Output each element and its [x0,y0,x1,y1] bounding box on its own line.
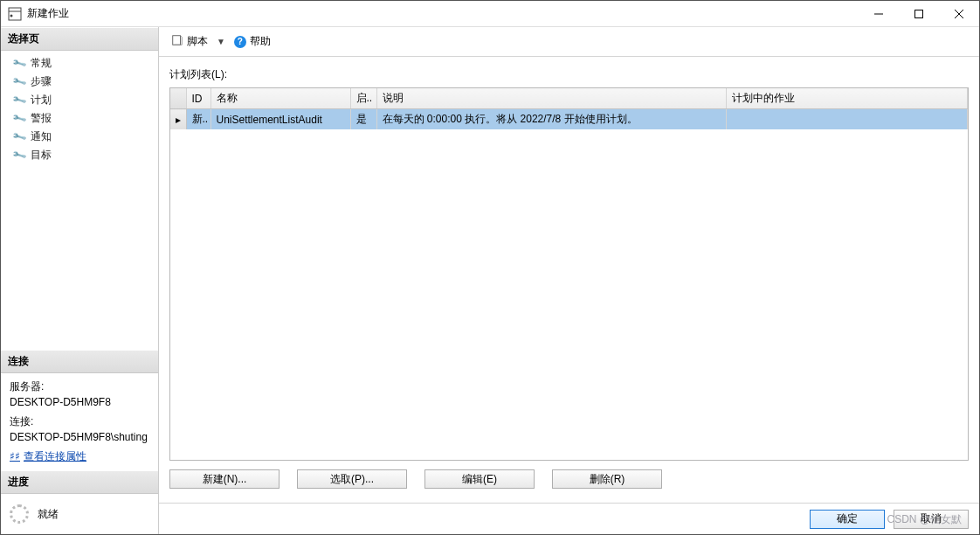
column-header-enabled[interactable]: 启.. [350,88,376,109]
column-header-schedjob[interactable]: 计划中的作业 [726,88,968,109]
nav-item-targets[interactable]: 🔧目标 [1,146,158,164]
nav-item-steps[interactable]: 🔧步骤 [1,73,158,91]
wrench-icon: 🔧 [11,110,28,126]
edit-button[interactable]: 编辑(E) [424,469,535,489]
cell-desc[interactable]: 在每天的 0:00:00 执行。将从 2022/7/8 开始使用计划。 [376,109,726,130]
connection-header: 连接 [1,350,158,373]
svg-rect-0 [9,8,21,20]
minimize-button[interactable] [859,1,899,27]
dialog-footer: CSDN @仙女默 确定 取消 [159,503,979,534]
nav-item-notifications[interactable]: 🔧通知 [1,128,158,146]
script-dropdown[interactable]: ▼ [217,37,225,46]
window-title: 新建作业 [27,6,859,21]
remove-button[interactable]: 删除(R) [552,469,662,489]
help-button[interactable]: ? 帮助 [229,32,276,51]
connection-label: 连接: [10,413,149,429]
progress-spinner-icon [10,504,29,524]
app-icon [8,7,22,21]
table-row[interactable]: ▸ 新.. UniSettlementListAudit 是 在每天的 0:00… [170,109,968,130]
titlebar: 新建作业 [1,1,979,27]
connection-value: DESKTOP-D5HM9F8\shuting [10,429,149,445]
schedule-grid[interactable]: ID 名称 启.. 说明 计划中的作业 ▸ 新.. UniSet [169,87,969,461]
server-value: DESKTOP-D5HM9F8 [10,394,149,410]
row-marker[interactable]: ▸ [170,109,186,130]
window: 新建作业 选择页 🔧常规 🔧步骤 🔧计划 🔧警报 🔧通知 🔧目标 [0,0,980,535]
wrench-icon: 🔧 [11,92,28,108]
svg-rect-4 [915,10,923,17]
sidebar: 选择页 🔧常规 🔧步骤 🔧计划 🔧警报 🔧通知 🔧目标 连接 服务器: DESK… [1,27,159,534]
ok-button[interactable]: 确定 [810,510,885,529]
link-icon: ♯♯ [10,448,20,464]
script-button[interactable]: 脚本 [166,32,213,51]
select-page-header: 选择页 [1,27,158,51]
cell-id[interactable]: 新.. [186,109,210,130]
nav-item-alerts[interactable]: 🔧警报 [1,109,158,128]
maximize-button[interactable] [899,1,939,27]
svg-point-2 [10,14,13,17]
schedule-list-label: 计划列表(L): [169,67,969,82]
column-header-id[interactable]: ID [186,88,210,109]
nav-list: 🔧常规 🔧步骤 🔧计划 🔧警报 🔧通知 🔧目标 [1,51,158,168]
script-icon [171,34,183,49]
main-panel: 脚本 ▼ ? 帮助 计划列表(L): [159,27,979,534]
pick-button[interactable]: 选取(P)... [297,469,407,489]
column-header-marker[interactable] [170,88,186,109]
help-icon: ? [234,36,246,48]
nav-item-general[interactable]: 🔧常规 [1,54,158,73]
cell-enabled[interactable]: 是 [350,109,376,130]
new-button[interactable]: 新建(N)... [169,469,280,489]
wrench-icon: 🔧 [11,73,28,89]
progress-header: 进度 [1,470,158,494]
progress-status: 就绪 [38,507,59,522]
column-header-desc[interactable]: 说明 [376,88,726,109]
close-button[interactable] [939,1,979,27]
cell-name[interactable]: UniSettlementListAudit [210,109,350,130]
server-label: 服务器: [10,379,149,394]
svg-rect-7 [173,36,181,45]
cancel-button[interactable]: 取消 [894,510,969,529]
wrench-icon: 🔧 [11,147,28,163]
column-header-name[interactable]: 名称 [210,88,350,109]
view-connection-properties-link[interactable]: ♯♯ 查看连接属性 [10,448,86,464]
cell-schedjob[interactable] [726,109,968,130]
wrench-icon: 🔧 [11,129,28,144]
nav-item-schedules[interactable]: 🔧计划 [1,91,158,109]
wrench-icon: 🔧 [11,55,28,71]
toolbar: 脚本 ▼ ? 帮助 [159,27,979,57]
